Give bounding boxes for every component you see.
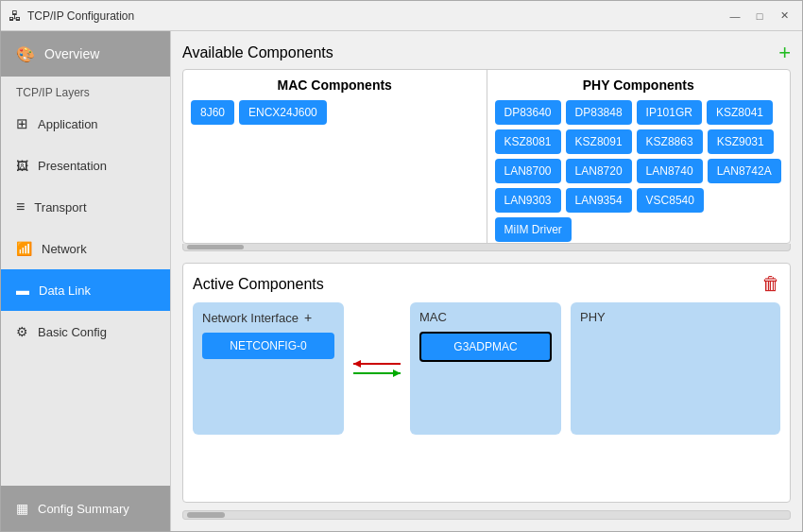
phy-label: PHY — [580, 310, 606, 324]
phy-chip-lan8700[interactable]: LAN8700 — [495, 159, 561, 183]
mac-group-active-title: MAC — [419, 310, 552, 324]
datalink-icon: ▬ — [16, 283, 29, 298]
delete-component-button[interactable]: 🗑 — [761, 273, 780, 295]
phy-chip-lan9303[interactable]: LAN9303 — [495, 188, 561, 213]
phy-chip-ksz9031[interactable]: KSZ9031 — [708, 129, 774, 154]
connection-svg — [353, 340, 401, 397]
image-icon: 🖼 — [16, 159, 28, 173]
grid-icon: ⊞ — [16, 115, 28, 132]
main-content: 🎨 Overview TCP/IP Layers ⊞ Application 🖼… — [1, 31, 802, 531]
available-components-section: Available Components + MAC Components 8J… — [182, 43, 791, 251]
config-summary-button[interactable]: ▦ Config Summary — [1, 486, 170, 531]
phy-chip-ksz8041[interactable]: KSZ8041 — [707, 100, 773, 125]
available-scrollbar[interactable] — [182, 244, 791, 251]
transport-label: Transport — [34, 200, 86, 215]
overview-button[interactable]: 🎨 Overview — [1, 31, 170, 77]
wifi-icon: 📶 — [16, 241, 32, 256]
network-interface-title: Network Interface + — [202, 310, 334, 325]
available-components-header: Available Components + — [182, 43, 791, 63]
sidebar-item-basicconfig[interactable]: ⚙ Basic Config — [1, 311, 170, 352]
mac-group-title: MAC Components — [191, 77, 479, 93]
phy-chips: DP83640DP83848IP101GRKSZ8041KSZ8081KSZ80… — [495, 100, 783, 242]
phy-chip-lan9354[interactable]: LAN9354 — [566, 188, 632, 213]
config-icon: ⚙ — [16, 324, 28, 339]
mac-label: MAC — [419, 310, 447, 324]
svg-marker-3 — [393, 369, 401, 377]
config-summary-label: Config Summary — [38, 502, 129, 516]
network-interface-add-button[interactable]: + — [304, 310, 312, 325]
sidebar-spacer — [1, 352, 170, 486]
add-component-button[interactable]: + — [778, 43, 791, 63]
active-components-title: Active Components — [193, 276, 324, 293]
sidebar: 🎨 Overview TCP/IP Layers ⊞ Application 🖼… — [1, 31, 171, 531]
phy-chip-vsc8540[interactable]: VSC8540 — [637, 188, 704, 213]
mac-chips: 8J60ENCX24J600 — [191, 100, 479, 125]
sidebar-item-transport[interactable]: ≡ Transport — [1, 186, 170, 228]
overview-label: Overview — [44, 46, 99, 61]
phy-group-title: PHY Components — [495, 77, 783, 93]
mac-chip-encx24j600[interactable]: ENCX24J600 — [239, 100, 327, 125]
sidebar-item-datalink[interactable]: ▬ Data Link — [1, 269, 170, 311]
application-label: Application — [38, 117, 98, 131]
network-label: Network — [42, 242, 87, 256]
layers-label: TCP/IP Layers — [1, 77, 170, 103]
netconfig-chip[interactable]: NETCONFIG-0 — [202, 333, 334, 359]
active-components-area: Network Interface + NETCONFIG-0 — [193, 302, 780, 435]
phy-chip-ksz8081[interactable]: KSZ8081 — [495, 129, 561, 154]
basicconfig-label: Basic Config — [38, 325, 107, 339]
sidebar-item-presentation[interactable]: 🖼 Presentation — [1, 145, 170, 186]
datalink-label: Data Link — [39, 283, 91, 298]
presentation-label: Presentation — [38, 159, 107, 173]
phy-chip-lan8720[interactable]: LAN8720 — [566, 159, 632, 183]
phy-chip-dp83640[interactable]: DP83640 — [495, 100, 561, 125]
phy-group-active-title: PHY — [580, 310, 771, 324]
available-components-area: MAC Components 8J60ENCX24J600 PHY Compon… — [182, 69, 791, 244]
sidebar-item-application[interactable]: ⊞ Application — [1, 103, 170, 145]
phy-chip-miim-driver[interactable]: MiIM Driver — [495, 217, 572, 242]
transport-icon: ≡ — [16, 198, 25, 215]
maximize-button[interactable]: □ — [749, 6, 770, 26]
phy-chip-dp83848[interactable]: DP83848 — [566, 100, 632, 125]
window-title: TCP/IP Configuration — [27, 9, 134, 23]
bottom-scrollbar[interactable] — [182, 510, 791, 520]
mac-chip-8j60[interactable]: 8J60 — [191, 100, 234, 125]
palette-icon: 🎨 — [16, 45, 35, 63]
sidebar-item-network[interactable]: 📶 Network — [1, 228, 170, 269]
available-scrollbar-thumb — [187, 245, 244, 249]
app-icon: 🖧 — [9, 9, 22, 24]
window: 🖧 TCP/IP Configuration — □ ✕ 🎨 Overview … — [0, 0, 803, 532]
phy-chip-lan8740[interactable]: LAN8740 — [637, 159, 703, 183]
phy-chip-ksz8091[interactable]: KSZ8091 — [566, 129, 632, 154]
network-interface-group: Network Interface + NETCONFIG-0 — [193, 302, 344, 435]
available-components-title: Available Components — [182, 44, 333, 61]
network-interface-chips: NETCONFIG-0 — [202, 333, 334, 359]
mac-group-active: MAC G3ADPMAC — [410, 302, 561, 435]
right-panel: Available Components + MAC Components 8J… — [171, 31, 802, 531]
mac-active-chips: G3ADPMAC — [419, 332, 552, 362]
active-components-header: Active Components 🗑 — [193, 273, 780, 295]
connection-line-area — [353, 302, 401, 435]
bottom-scrollbar-thumb — [187, 512, 225, 518]
summary-icon: ▦ — [16, 501, 28, 516]
network-interface-label: Network Interface — [202, 311, 299, 325]
phy-group-active: PHY — [571, 302, 780, 435]
phy-chip-lan8742a[interactable]: LAN8742A — [708, 159, 781, 183]
close-button[interactable]: ✕ — [774, 6, 794, 26]
phy-chip-ip101gr[interactable]: IP101GR — [637, 100, 702, 125]
svg-marker-1 — [353, 360, 361, 368]
phy-components-group: PHY Components DP83640DP83848IP101GRKSZ8… — [487, 70, 791, 243]
active-components-section: Active Components 🗑 Network Interface + … — [182, 263, 791, 503]
minimize-button[interactable]: — — [725, 6, 745, 26]
mac-components-group: MAC Components 8J60ENCX24J600 — [183, 70, 487, 243]
phy-chip-ksz8863[interactable]: KSZ8863 — [637, 129, 703, 154]
g3adpmac-chip[interactable]: G3ADPMAC — [419, 332, 552, 362]
title-bar: 🖧 TCP/IP Configuration — □ ✕ — [1, 1, 802, 31]
